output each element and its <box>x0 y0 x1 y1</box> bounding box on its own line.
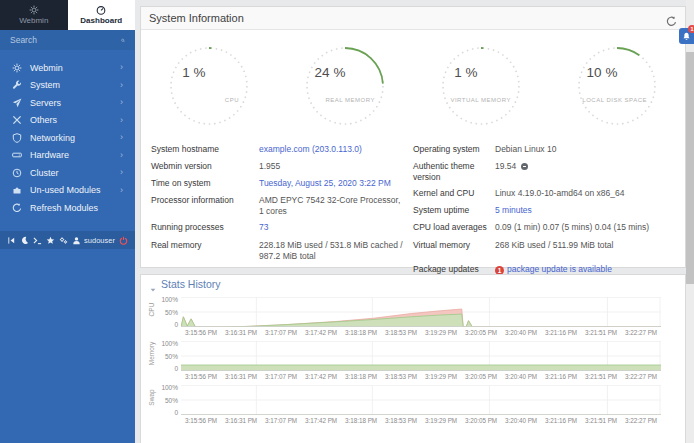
sidebar-item-webmin[interactable]: Webmin› <box>0 59 135 77</box>
svg-text:LOCAL DISK SPACE: LOCAL DISK SPACE <box>582 97 647 103</box>
info-row-running-processes: Running processes73 <box>151 220 403 237</box>
tab-dashboard[interactable]: Dashboard <box>68 0 136 30</box>
svg-text:VIRTUAL MEMORY: VIRTUAL MEMORY <box>450 97 511 103</box>
cluster-icon <box>12 168 22 178</box>
info-label: Operating system <box>413 144 495 156</box>
chevron-right-icon: › <box>120 186 123 195</box>
chevron-right-icon: › <box>120 151 123 160</box>
hdd-icon <box>12 150 22 160</box>
chart-plot: 3:15:56 PM3:16:31 PM3:17:07 PM3:17:42 PM… <box>181 297 677 336</box>
tab-dashboard-label: Dashboard <box>80 17 122 25</box>
terminal-glyph-icon <box>33 236 42 245</box>
sidebar-item-label: Servers <box>30 98 61 108</box>
chart-x-labels: 3:15:56 PM3:16:31 PM3:17:07 PM3:17:42 PM… <box>181 417 661 424</box>
gauge-cpu: 1 %CPU <box>141 40 277 132</box>
info-value: 228.18 MiB used / 531.8 MiB cached / 987… <box>259 240 403 262</box>
sidebar-menu: Webmin›System›Servers›Others›Networking›… <box>0 59 135 217</box>
sidebar-item-networking[interactable]: Networking› <box>0 129 135 147</box>
info-value: 268 KiB used / 511.99 MiB total <box>495 240 665 252</box>
stats-history-card: Stats History CPU100%50%03:15:56 PM3:16:… <box>140 274 686 443</box>
chart-y-labels: 100%50%0 <box>157 297 181 328</box>
stats-history-header[interactable]: Stats History <box>141 275 685 292</box>
chevron-right-icon: › <box>120 98 123 107</box>
dashboard-gauge-icon <box>96 5 106 15</box>
sidebar-search <box>0 30 135 50</box>
current-user-name: sudouser <box>84 236 115 245</box>
info-value-link[interactable]: 73 <box>259 222 268 232</box>
svg-text:CPU: CPU <box>225 97 239 103</box>
sidebar-item-label: Hardware <box>30 150 69 160</box>
gauge-local-disk-space: 10 %LOCAL DISK SPACE <box>549 40 685 132</box>
chevron-right-icon: › <box>120 133 123 142</box>
sidebar-item-label: System <box>30 80 60 90</box>
night-mode-icon[interactable] <box>20 236 29 245</box>
info-value-link[interactable]: Tuesday, August 25, 2020 3:22 PM <box>259 178 391 188</box>
logout-button[interactable] <box>119 236 128 245</box>
svg-text:1 %: 1 % <box>454 65 477 80</box>
moon-icon <box>20 236 29 245</box>
gear-icon <box>12 63 22 73</box>
collapse-sidebar-icon[interactable] <box>7 236 16 245</box>
chart-y-labels: 100%50%0 <box>157 385 181 416</box>
notification-count-badge: 1 <box>688 25 694 33</box>
info-label: Kernel and CPU <box>413 188 495 200</box>
sidebar-item-servers[interactable]: Servers› <box>0 94 135 112</box>
info-label: Time on system <box>151 178 259 190</box>
svg-text:REAL MEMORY: REAL MEMORY <box>325 97 375 103</box>
info-label: Processor information <box>151 195 259 217</box>
chevron-right-icon: › <box>120 81 123 90</box>
info-value: 5 minutes <box>495 205 665 217</box>
info-label: Real memory <box>151 240 259 262</box>
svg-text:1 %: 1 % <box>182 65 205 80</box>
sidebar: Webmin Dashboard Webmin›System›Servers›O… <box>0 0 135 443</box>
refresh-icon <box>12 203 22 213</box>
refresh-page-button[interactable] <box>666 13 677 24</box>
sidebar-item-system[interactable]: System› <box>0 77 135 95</box>
info-value: 73 <box>259 222 403 234</box>
chevron-right-icon: › <box>120 63 123 72</box>
scrollbar-thumb[interactable] <box>686 52 694 284</box>
sidebar-item-un-used-modules[interactable]: Un-used Modules› <box>0 182 135 200</box>
chevron-right-icon: › <box>120 168 123 177</box>
theme-info-icon[interactable] <box>521 163 528 170</box>
info-label: Webmin version <box>151 161 259 173</box>
terminal-icon[interactable] <box>33 236 42 245</box>
sidebar-item-others[interactable]: Others› <box>0 112 135 130</box>
sidebar-item-label: Webmin <box>30 63 63 73</box>
info-value: 0.09 (1 min) 0.07 (5 mins) 0.04 (15 mins… <box>495 222 665 234</box>
sidebar-item-hardware[interactable]: Hardware› <box>0 147 135 165</box>
favorites-icon[interactable] <box>46 236 55 245</box>
info-row-time-on-system: Time on systemTuesday, August 25, 2020 3… <box>151 175 403 192</box>
info-label: Running processes <box>151 222 259 234</box>
info-label: CPU load averages <box>413 222 495 234</box>
svg-text:10 %: 10 % <box>587 65 618 80</box>
webmin-gear-icon <box>29 5 39 15</box>
info-label: System uptime <box>413 205 495 217</box>
notifications-bell-button[interactable]: 1 <box>679 28 694 44</box>
current-user[interactable]: sudouser <box>72 236 115 245</box>
tab-webmin-label: Webmin <box>19 17 48 25</box>
info-row-webmin-version: Webmin version1.955 <box>151 158 403 175</box>
sidebar-item-cluster[interactable]: Cluster› <box>0 164 135 182</box>
sidebar-footer: sudouser <box>0 231 135 249</box>
theme-settings-icon[interactable] <box>59 236 68 245</box>
sidebar-item-label: Networking <box>30 133 75 143</box>
search-icon <box>121 36 125 45</box>
chevron-right-icon: › <box>120 116 123 125</box>
info-value-link[interactable]: 5 minutes <box>495 205 532 215</box>
gauge-virtual-memory: 1 %VIRTUAL MEMORY <box>413 40 549 132</box>
info-value-link[interactable]: example.com (203.0.113.0) <box>259 144 362 154</box>
chart-plot: 3:15:56 PM3:16:31 PM3:17:07 PM3:17:42 PM… <box>181 341 677 380</box>
info-row-kernel-and-cpu: Kernel and CPULinux 4.19.0-10-amd64 on x… <box>413 185 665 202</box>
search-input[interactable] <box>10 35 121 45</box>
sidebar-item-refresh-modules[interactable]: Refresh Modules <box>0 199 135 217</box>
gauge-real-memory: 24 %REAL MEMORY <box>277 40 413 132</box>
info-value: Debian Linux 10 <box>495 144 665 156</box>
info-row-system-hostname: System hostnameexample.com (203.0.113.0) <box>151 141 403 158</box>
sidebar-item-label: Cluster <box>30 168 59 178</box>
info-row-real-memory: Real memory228.18 MiB used / 531.8 MiB c… <box>151 237 403 264</box>
info-value-link[interactable]: package update is available <box>507 264 612 274</box>
puzzle-icon <box>12 185 22 195</box>
tab-webmin[interactable]: Webmin <box>0 0 68 30</box>
info-label: System hostname <box>151 144 259 156</box>
